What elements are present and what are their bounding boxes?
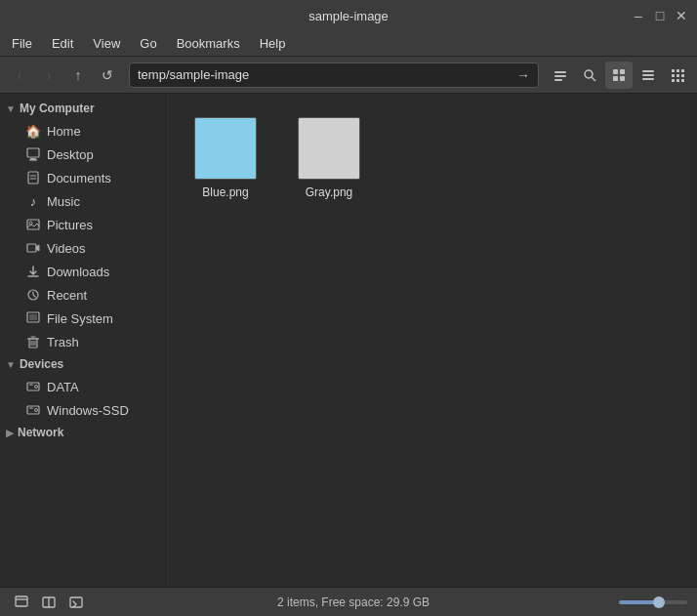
svg-rect-45	[16, 596, 27, 606]
address-bar: →	[129, 62, 539, 88]
sidebar-item-filesystem-label: File System	[47, 311, 113, 326]
svg-rect-6	[620, 69, 625, 74]
sidebar-item-pictures-label: Pictures	[47, 218, 93, 232]
split-view-button[interactable]	[37, 591, 61, 614]
statusbar-text: 2 items, Free space: 29.9 GB	[277, 595, 430, 609]
svg-rect-20	[681, 79, 684, 82]
open-terminal-button[interactable]	[64, 591, 88, 614]
sidebar-item-data-label: DATA	[47, 380, 79, 394]
menu-edit[interactable]: Edit	[44, 34, 81, 53]
window-title: sample-image	[66, 9, 631, 23]
statusbar: 2 items, Free space: 29.9 GB	[0, 587, 697, 616]
menu-bookmarks[interactable]: Bookmarks	[169, 34, 248, 53]
address-input[interactable]	[138, 67, 516, 82]
documents-icon	[25, 170, 41, 185]
menu-help[interactable]: Help	[252, 34, 294, 53]
sidebar-item-pictures[interactable]: Pictures	[2, 213, 163, 236]
svg-rect-15	[672, 74, 675, 77]
videos-icon	[25, 240, 41, 256]
window-controls: – □ ✕	[631, 8, 689, 23]
sidebar-item-data[interactable]: DATA	[2, 375, 163, 398]
menu-view[interactable]: View	[85, 34, 128, 53]
list-view-button[interactable]	[635, 62, 662, 89]
sidebar-item-downloads[interactable]: Downloads	[2, 260, 163, 283]
svg-rect-10	[642, 74, 654, 76]
music-icon: ♪	[25, 193, 41, 209]
sidebar-item-filesystem[interactable]: File System	[2, 307, 163, 330]
menu-file[interactable]: File	[4, 34, 40, 53]
svg-rect-18	[672, 79, 675, 82]
statusbar-left-icons	[10, 591, 88, 614]
svg-rect-2	[554, 79, 562, 81]
menu-go[interactable]: Go	[132, 34, 164, 53]
sidebar-item-music[interactable]: ♪ Music	[2, 189, 163, 213]
sidebar-section-devices[interactable]: ▼ Devices	[0, 353, 165, 375]
svg-rect-1	[554, 75, 566, 77]
svg-rect-33	[29, 314, 37, 320]
pin-button[interactable]	[547, 62, 574, 89]
sidebar-item-desktop[interactable]: Desktop	[2, 143, 163, 166]
data-drive-icon	[25, 379, 41, 394]
sidebar-section-my-computer[interactable]: ▼ My Computer	[0, 98, 165, 119]
sidebar-item-home[interactable]: 🏠 Home	[2, 119, 163, 143]
search-button[interactable]	[576, 62, 603, 89]
grid-view-button[interactable]	[605, 62, 633, 89]
svg-point-40	[35, 386, 38, 389]
svg-rect-24	[28, 172, 38, 184]
sidebar-item-music-label: Music	[47, 194, 80, 209]
sidebar-item-videos[interactable]: Videos	[2, 236, 163, 260]
svg-point-3	[585, 70, 593, 78]
toolbar: ‹ › ↑ ↺ →	[0, 57, 697, 94]
minimize-button[interactable]: –	[631, 8, 646, 23]
network-arrow: ▶	[6, 428, 14, 438]
gray-filename: Gray.png	[306, 185, 352, 199]
file-item-blue[interactable]: Blue.png	[182, 109, 269, 207]
back-button[interactable]: ‹	[6, 62, 33, 89]
svg-rect-29	[27, 244, 36, 252]
address-go-button[interactable]: →	[516, 67, 530, 83]
sidebar-item-windows-ssd-label: Windows-SSD	[47, 403, 129, 418]
up-button[interactable]: ↑	[64, 62, 92, 89]
svg-rect-8	[620, 76, 625, 81]
zoom-slider-container	[619, 600, 687, 604]
svg-rect-14	[681, 69, 684, 72]
sidebar-item-trash[interactable]: Trash	[2, 330, 163, 353]
my-computer-label: My Computer	[20, 102, 95, 115]
sidebar-item-documents[interactable]: Documents	[2, 166, 163, 189]
svg-rect-48	[70, 597, 82, 607]
sidebar-item-windows-ssd[interactable]: Windows-SSD	[2, 398, 163, 422]
devices-label: Devices	[20, 357, 63, 371]
extra-view-button[interactable]	[664, 62, 691, 89]
zoom-slider[interactable]	[619, 600, 687, 604]
svg-rect-0	[554, 71, 566, 73]
downloads-icon	[25, 264, 41, 279]
sidebar-item-home-label: Home	[47, 124, 81, 139]
sidebar: ▼ My Computer 🏠 Home Desktop	[0, 94, 166, 587]
sidebar-item-videos-label: Videos	[47, 241, 86, 256]
forward-button[interactable]: ›	[35, 62, 62, 89]
main-area: ▼ My Computer 🏠 Home Desktop	[0, 94, 697, 587]
refresh-button[interactable]: ↺	[94, 62, 121, 89]
sidebar-item-recent[interactable]: Recent	[2, 283, 163, 307]
desktop-icon	[25, 146, 41, 162]
sidebar-item-downloads-label: Downloads	[47, 265, 109, 279]
close-button[interactable]: ✕	[674, 8, 689, 23]
svg-rect-16	[676, 74, 679, 77]
ssd-icon	[25, 402, 41, 418]
sidebar-item-documents-label: Documents	[47, 171, 111, 185]
blue-filename: Blue.png	[202, 185, 248, 199]
svg-rect-9	[642, 70, 654, 72]
svg-point-28	[29, 222, 32, 225]
file-area: Blue.png Gray.png	[166, 94, 697, 587]
new-window-button[interactable]	[10, 591, 33, 614]
home-icon: 🏠	[25, 123, 41, 139]
sidebar-section-network[interactable]: ▶ Network	[0, 422, 165, 443]
file-item-gray[interactable]: Gray.png	[285, 109, 373, 207]
network-label: Network	[18, 426, 63, 439]
svg-rect-12	[672, 69, 675, 72]
titlebar: sample-image – □ ✕	[0, 0, 697, 31]
sidebar-item-desktop-label: Desktop	[47, 147, 94, 162]
svg-rect-17	[681, 74, 684, 77]
maximize-button[interactable]: □	[652, 8, 668, 23]
svg-line-4	[592, 77, 595, 81]
